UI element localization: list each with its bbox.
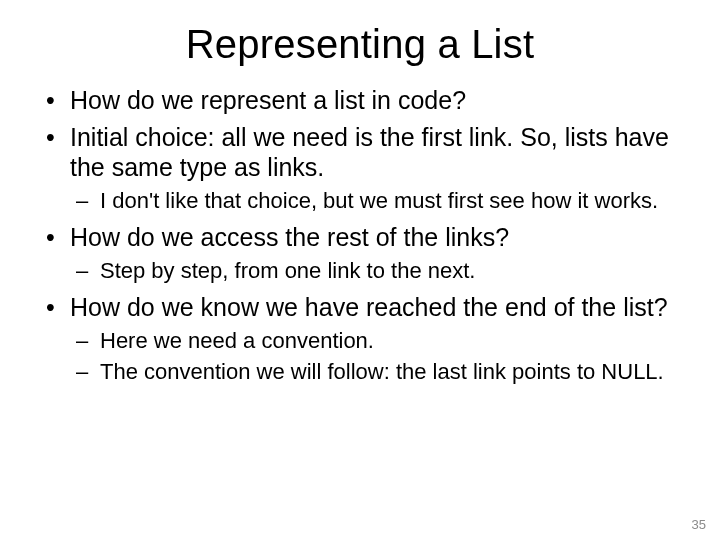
sub-bullet-item: Step by step, from one link to the next. — [70, 257, 678, 285]
bullet-text: How do we access the rest of the links? — [70, 223, 509, 251]
bullet-item: How do we represent a list in code? — [42, 85, 678, 116]
slide-body: How do we represent a list in code? Init… — [0, 85, 720, 386]
sub-bullet-text: The convention we will follow: the last … — [100, 359, 664, 384]
slide-title: Representing a List — [0, 0, 720, 85]
sub-bullet-text: I don't like that choice, but we must fi… — [100, 188, 658, 213]
bullet-text: How do we represent a list in code? — [70, 86, 466, 114]
bullet-item: Initial choice: all we need is the first… — [42, 122, 678, 215]
sub-bullet-item: I don't like that choice, but we must fi… — [70, 187, 678, 215]
sub-bullet-list: Step by step, from one link to the next. — [70, 257, 678, 285]
bullet-text: Initial choice: all we need is the first… — [70, 123, 669, 182]
sub-bullet-list: I don't like that choice, but we must fi… — [70, 187, 678, 215]
slide: Representing a List How do we represent … — [0, 0, 720, 540]
bullet-list: How do we represent a list in code? Init… — [42, 85, 678, 386]
sub-bullet-list: Here we need a convention. The conventio… — [70, 327, 678, 386]
bullet-text: How do we know we have reached the end o… — [70, 293, 668, 321]
sub-bullet-text: Here we need a convention. — [100, 328, 374, 353]
page-number: 35 — [692, 517, 706, 532]
bullet-item: How do we access the rest of the links? … — [42, 222, 678, 284]
sub-bullet-item: The convention we will follow: the last … — [70, 358, 678, 386]
sub-bullet-item: Here we need a convention. — [70, 327, 678, 355]
sub-bullet-text: Step by step, from one link to the next. — [100, 258, 475, 283]
bullet-item: How do we know we have reached the end o… — [42, 292, 678, 386]
